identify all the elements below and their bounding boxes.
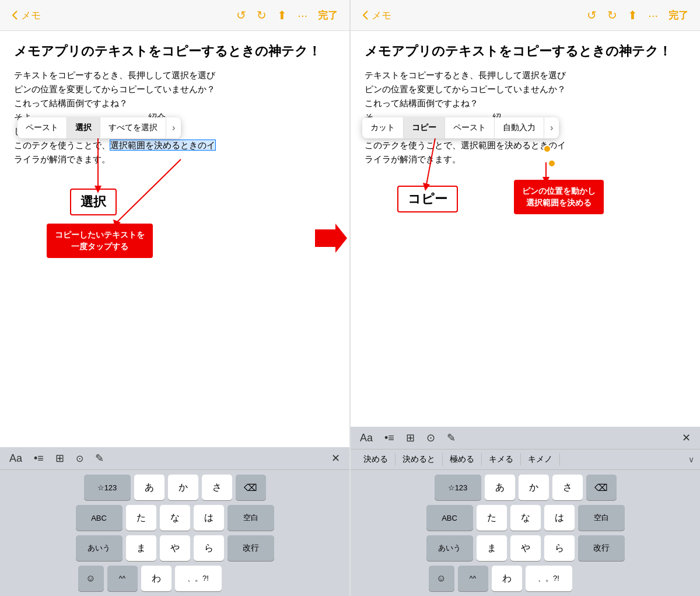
right-done-button[interactable]: 完了 [668, 9, 688, 22]
left-key-kigo[interactable]: ^^ [107, 566, 138, 591]
right-key-abc[interactable]: ABC [426, 505, 473, 531]
right-key-a[interactable]: あ [485, 475, 515, 500]
left-key-emoji[interactable]: ☺ [78, 566, 104, 591]
left-annotation-label: 選択 [70, 189, 117, 215]
left-key-ha[interactable]: は [194, 505, 224, 531]
left-redo-icon[interactable]: ↻ [257, 8, 267, 22]
left-key-sa[interactable]: さ [202, 475, 232, 500]
right-body-line2: ピンの位置を変更してからコピーしていませんか？ [365, 84, 566, 94]
left-key-abc[interactable]: ABC [76, 505, 123, 531]
left-menu-select-all[interactable]: すべてを選択 [100, 117, 166, 138]
right-suggest-5[interactable]: キメノ [521, 453, 560, 466]
left-key-ra[interactable]: ら [194, 535, 224, 561]
right-more-icon[interactable]: ··· [648, 9, 658, 22]
right-key-wa[interactable]: わ [492, 566, 522, 591]
right-suggest-4[interactable]: キメる [482, 453, 521, 466]
left-undo-icon[interactable]: ↺ [236, 8, 246, 22]
right-body-line1: テキストをコピーするとき、長押しして選択を選び [365, 70, 566, 80]
right-kb-row-1: ☆123 あ か さ ⌫ [354, 475, 696, 500]
right-key-ha[interactable]: は [544, 505, 575, 531]
right-key-kigo[interactable]: ^^ [458, 566, 488, 591]
right-pin-start[interactable] [543, 145, 551, 153]
left-menu-arrow[interactable]: › [166, 117, 181, 138]
left-kb-pencil-btn[interactable]: ✎ [95, 452, 104, 465]
right-redo-icon[interactable]: ↻ [607, 8, 617, 22]
left-kb-row-2: ABC た な は 空白 [4, 505, 346, 531]
right-suggest-3[interactable]: 極める [443, 453, 482, 466]
left-key-ma[interactable]: ま [126, 535, 156, 561]
right-menu-paste[interactable]: ペースト [445, 117, 495, 138]
left-more-icon[interactable]: ··· [298, 9, 307, 22]
left-key-num[interactable]: ☆123 [84, 475, 131, 500]
left-kb-font-btn[interactable]: Aa [9, 452, 22, 465]
right-suggest-chevron[interactable]: ∨ [688, 455, 694, 464]
left-key-ta[interactable]: た [126, 505, 156, 531]
right-key-na[interactable]: な [510, 505, 541, 531]
right-note-title: メモアプリのテキストをコピーするときの神テク！ [365, 43, 686, 60]
left-kb-table-btn[interactable]: ⊞ [55, 452, 64, 465]
right-key-ka[interactable]: か [519, 475, 549, 500]
left-kb-list-btn[interactable]: •≡ [34, 452, 44, 465]
right-key-ma[interactable]: ま [477, 535, 507, 561]
left-key-punct[interactable]: 、。?! [175, 566, 222, 591]
left-key-ya[interactable]: や [160, 535, 190, 561]
right-key-ya[interactable]: や [510, 535, 541, 561]
left-key-na[interactable]: な [160, 505, 190, 531]
left-key-wa[interactable]: わ [141, 566, 172, 591]
left-kb-row-1: ☆123 あ か さ ⌫ [4, 475, 346, 500]
left-key-ka[interactable]: か [168, 475, 198, 500]
right-key-ra[interactable]: ら [544, 535, 575, 561]
left-body-line3: これって結構面倒ですよね？ [14, 98, 128, 108]
right-suggest-2[interactable]: 決めると [396, 453, 443, 466]
right-kb-table-btn[interactable]: ⊞ [406, 431, 415, 444]
right-key-del[interactable]: ⌫ [586, 475, 617, 500]
left-kb-close-btn[interactable]: ✕ [331, 452, 340, 465]
left-selected-text: 選択範囲を決めるときのイ [110, 140, 215, 150]
left-context-menu[interactable]: ペースト 選択 すべてを選択 › [18, 117, 181, 138]
right-menu-autofill[interactable]: 自動入力 [495, 117, 544, 138]
left-key-return[interactable]: 改行 [228, 535, 274, 561]
right-key-ta[interactable]: た [477, 505, 507, 531]
right-panel: メモ ↺ ↻ ⬆ ··· 完了 メモアプリのテキストをコピーするときの神テク！ … [350, 0, 700, 596]
left-back-label: メモ [21, 9, 41, 22]
right-nav-icons: ↺ ↻ ⬆ ··· 完了 [587, 8, 688, 22]
right-key-num[interactable]: ☆123 [435, 475, 481, 500]
right-menu-arrow[interactable]: › [544, 117, 559, 138]
right-kb-close-btn[interactable]: ✕ [682, 431, 691, 444]
right-suggest-1[interactable]: 決める [356, 453, 396, 466]
left-key-aiueo[interactable]: あいう [76, 535, 123, 561]
left-body-line6: このテクを使うことで、選択範囲を決めるときのイ [14, 140, 215, 150]
left-body-line2: ピンの位置を変更してからコピーしていませんか？ [14, 84, 215, 94]
right-kb-row-4: ☺ ^^ わ 、。?! 改行 [354, 566, 696, 591]
left-key-space[interactable]: 空白 [228, 505, 274, 531]
right-kb-pencil-btn[interactable]: ✎ [447, 431, 456, 444]
right-key-sa[interactable]: さ [552, 475, 583, 500]
right-key-emoji[interactable]: ☺ [429, 566, 454, 591]
left-menu-paste[interactable]: ペースト [18, 117, 67, 138]
left-menu-select[interactable]: 選択 [67, 117, 100, 138]
right-key-space[interactable]: 空白 [578, 505, 625, 531]
right-context-menu[interactable]: カット コピー ペースト 自動入力 › [362, 117, 559, 138]
right-kb-list-btn[interactable]: •≡ [384, 432, 394, 444]
right-share-icon[interactable]: ⬆ [628, 8, 638, 22]
right-kb-camera-btn[interactable]: ⊙ [426, 431, 435, 444]
left-kb-camera-btn[interactable]: ⊙ [76, 453, 83, 464]
right-key-aiueo[interactable]: あいう [426, 535, 473, 561]
right-kb-font-btn[interactable]: Aa [360, 432, 373, 444]
right-undo-icon[interactable]: ↺ [587, 8, 597, 22]
left-done-button[interactable]: 完了 [318, 9, 338, 22]
right-pin-end[interactable] [548, 159, 556, 168]
left-kb-rows: ☆123 あ か さ ⌫ ABC た な は 空白 あいう ま や [0, 470, 349, 596]
left-key-del[interactable]: ⌫ [236, 475, 266, 500]
right-menu-copy[interactable]: コピー [404, 117, 445, 138]
left-nav-icons: ↺ ↻ ⬆ ··· 完了 [236, 8, 338, 22]
right-key-return[interactable]: 改行 [578, 535, 625, 561]
right-annotation-label: コピー [397, 186, 458, 212]
right-back-button[interactable]: メモ [362, 9, 391, 22]
left-share-icon[interactable]: ⬆ [277, 8, 287, 22]
left-key-a[interactable]: あ [134, 475, 164, 500]
right-key-punct[interactable]: 、。?! [526, 566, 572, 591]
right-nav-bar: メモ ↺ ↻ ⬆ ··· 完了 [351, 0, 700, 31]
left-back-button[interactable]: メモ [12, 9, 41, 22]
right-menu-cut[interactable]: カット [362, 117, 404, 138]
